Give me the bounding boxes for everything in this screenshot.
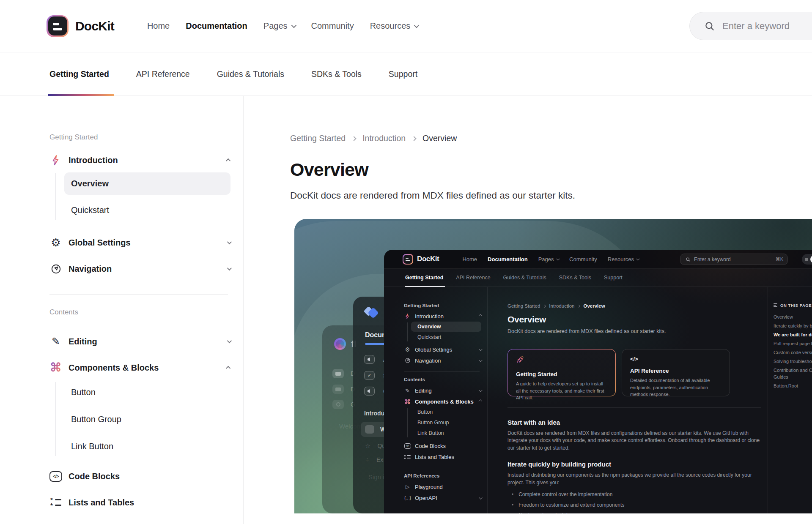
list-icon: ** <box>49 498 62 507</box>
sidebar-item-introduction: Introduction <box>404 311 481 322</box>
sidebar-item-introduction[interactable]: Introduction <box>49 151 230 169</box>
sidebar-item-components-blocks[interactable]: ⌘ Components & Blocks <box>49 358 230 377</box>
tab-getting-started[interactable]: Getting Started <box>49 52 109 96</box>
nav-community: Community <box>569 256 597 262</box>
sidebar-divider <box>404 468 480 468</box>
breadcrumb-getting-started[interactable]: Getting Started <box>290 134 346 143</box>
sidebar-divider <box>49 294 228 295</box>
section-body: Instead of distributing our components a… <box>508 472 761 486</box>
card-getting-started: Getting Started A guide to help develope… <box>508 349 616 396</box>
dark-doc-section-tabs: Getting Started API Reference Guides & T… <box>384 269 812 287</box>
sidebar-item-overview: Overview <box>411 322 481 332</box>
toc-item: We are built for developers <box>774 332 812 337</box>
ghost-text: Sign i <box>368 473 384 480</box>
list-item: •Freedom to customize and extend compone… <box>508 501 761 509</box>
moon-icon: ☾ <box>810 255 812 263</box>
on-this-page-panel: ON THIS PAGE Overview Iterate quickly by… <box>768 287 812 513</box>
megaphone-icon <box>364 355 375 364</box>
section-heading: Start with an idea <box>508 419 761 426</box>
nav-resources[interactable]: Resources <box>370 21 418 31</box>
chevron-down-icon <box>636 257 640 260</box>
star-icon: ☆ <box>365 442 370 450</box>
sidebar-item-navigation[interactable]: Navigation <box>49 259 230 278</box>
sidebar-item-code-blocks[interactable]: </> Code Blocks <box>49 467 230 486</box>
blue-diamond-logo-icon <box>364 307 381 320</box>
sidebar-item-global-settings: ⚙ Global Settings <box>404 344 481 355</box>
sidebar-item-lists-tables[interactable]: ** Lists and Tables <box>49 493 230 512</box>
tab-guides-tutorials: Guides & Tutorials <box>503 269 546 287</box>
breadcrumb-overview: Overview <box>422 134 457 143</box>
toc-item: Button.Root <box>774 383 812 388</box>
play-icon: ▷ <box>404 484 411 489</box>
ghost-ring-logo-icon <box>334 338 346 350</box>
toc-item: Custom code versions <box>774 350 812 355</box>
sidebar-item-code-blocks: </> Code Blocks <box>404 440 481 451</box>
sidebar-group-label: Getting Started <box>404 303 481 308</box>
github-icon <box>332 400 344 409</box>
section-body: DocKit docs are rendered from MDX files … <box>508 430 761 452</box>
section-heading: Iterate quickly by building product <box>508 461 761 468</box>
docs-sidebar: Getting Started Introduction Overview Qu… <box>0 96 244 524</box>
tab-api-reference: API Reference <box>456 269 490 287</box>
tab-api-reference[interactable]: API Reference <box>136 52 190 96</box>
sidebar-item-link-button[interactable]: Link Button <box>64 435 230 458</box>
gear-icon: ⚙ <box>49 237 62 248</box>
sidebar-item-lists-tables: Lists and Tables <box>404 451 481 462</box>
nav-pages: Pages <box>538 256 559 262</box>
sidebar-item-button[interactable]: Button <box>64 381 230 404</box>
sidebar-item-navigation: Navigation <box>404 355 481 366</box>
tab-sdks-tools[interactable]: SDKs & Tools <box>311 52 362 96</box>
navigation-icon <box>49 263 62 275</box>
dockit-logo-icon[interactable] <box>47 15 69 37</box>
breadcrumb-introduction[interactable]: Introduction <box>362 134 406 143</box>
nav-community[interactable]: Community <box>311 21 354 31</box>
lightning-icon <box>404 313 411 319</box>
search-icon <box>686 257 691 262</box>
sidebar-group-label: Getting Started <box>49 133 230 142</box>
content-divider <box>508 407 761 408</box>
sidebar-group-label: Contents <box>49 308 230 317</box>
sidebar-group-label: Contents <box>404 377 481 382</box>
divider <box>451 254 451 264</box>
keyboard-shortcut: ⌘K <box>776 257 783 262</box>
search-input[interactable] <box>722 21 812 32</box>
sidebar-item-quickstart[interactable]: Quickstart <box>64 199 230 221</box>
sidebar-item-button-group: Button Group <box>411 418 481 428</box>
code-icon: </> <box>630 356 721 362</box>
chevron-right-icon <box>577 304 580 307</box>
sidebar-item-editing[interactable]: ✎ Editing <box>49 332 230 351</box>
sun-icon <box>805 258 808 261</box>
navigation-icon <box>404 358 411 363</box>
command-icon: ⌘ <box>404 398 411 405</box>
discord-icon <box>332 385 344 394</box>
sidebar-item-button-group[interactable]: Button Group <box>64 408 230 431</box>
lightning-icon <box>49 154 62 166</box>
chevron-right-icon <box>352 136 357 141</box>
tab-support[interactable]: Support <box>389 52 417 96</box>
code-icon: </> <box>404 443 411 449</box>
card-api-reference: </> API Reference Detailed documentation… <box>622 349 730 396</box>
book-icon <box>332 369 344 378</box>
toc-item: Contribution and Colla <box>774 368 812 373</box>
search-placeholder: Enter a keyword <box>694 257 731 262</box>
tab-guides-tutorials[interactable]: Guides & Tutorials <box>217 52 284 96</box>
grid-icon: ⁘ <box>365 457 370 463</box>
check-icon: ✓ <box>364 371 375 380</box>
braces-icon: {…} <box>404 495 411 500</box>
search-box[interactable] <box>689 12 812 40</box>
ghost-tab-underline <box>365 343 385 345</box>
brand-name[interactable]: DocKit <box>75 19 114 33</box>
sidebar-item-button: Button <box>411 407 481 417</box>
sidebar-item-global-settings[interactable]: ⚙ Global Settings <box>49 233 230 252</box>
sidebar-item-overview[interactable]: Overview <box>64 172 230 195</box>
nav-documentation[interactable]: Documentation <box>186 21 247 31</box>
tab-getting-started: Getting Started <box>405 269 443 287</box>
page-title: Overview <box>508 314 761 325</box>
nav-pages[interactable]: Pages <box>263 21 295 31</box>
doc-section-tabs: Getting Started API Reference Guides & T… <box>0 52 812 96</box>
nav-home[interactable]: Home <box>147 21 170 31</box>
code-icon: </> <box>49 471 62 482</box>
breadcrumb: Getting Started Introduction Overview <box>508 303 761 308</box>
chevron-down-icon <box>227 266 232 270</box>
command-icon: ⌘ <box>49 362 62 374</box>
